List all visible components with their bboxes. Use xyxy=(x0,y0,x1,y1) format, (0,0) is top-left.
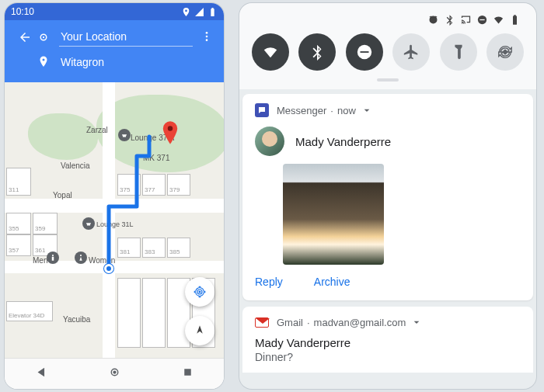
room: 357 xyxy=(6,234,31,256)
label-lounge31l: Lounge 31L xyxy=(96,220,134,228)
location-icon xyxy=(181,7,191,17)
room: 377 xyxy=(142,174,166,196)
android-nav-bar xyxy=(5,358,224,389)
nav-recent-button[interactable] xyxy=(181,366,194,382)
maps-phone: 10:10 Your Location Witagron 311 355 3 xyxy=(5,3,224,389)
sender-name: Mady Vanderperre xyxy=(295,135,391,148)
label-men: Men xyxy=(33,256,47,265)
sender-avatar xyxy=(255,127,284,156)
room xyxy=(142,278,166,348)
label-yacuiba: Yacuiba xyxy=(63,315,90,324)
svg-point-8 xyxy=(199,291,201,293)
map-canvas[interactable]: 311 355 357 359 361 381 383 385 375 377 … xyxy=(5,82,224,358)
back-button[interactable] xyxy=(16,30,34,44)
room xyxy=(117,278,141,348)
destination-pin[interactable] xyxy=(162,121,179,144)
nav-home-button[interactable] xyxy=(108,366,121,382)
status-bar: 10:10 xyxy=(5,3,224,20)
label-zarzal: Zarzal xyxy=(86,126,108,134)
label-mk371: MK 371 xyxy=(143,154,169,162)
message-image-thumbnail[interactable] xyxy=(283,164,384,265)
reply-action[interactable]: Reply xyxy=(255,276,283,288)
directions-header: Your Location Witagron xyxy=(5,20,224,82)
current-location-dot xyxy=(104,264,113,273)
app-name: Messenger xyxy=(277,105,326,116)
archive-action[interactable]: Archive xyxy=(314,276,350,288)
svg-point-5 xyxy=(52,255,54,256)
svg-point-7 xyxy=(168,126,173,130)
room: 379 xyxy=(167,174,190,196)
notification-header[interactable]: Gmail · madvan@gmail.com xyxy=(255,316,521,328)
restroom-women-icon xyxy=(75,252,87,264)
svg-point-4 xyxy=(206,39,208,41)
notifications-phone: Messenger · now Mady Vanderperre Reply A… xyxy=(239,3,536,389)
lounge-icon xyxy=(82,217,95,230)
qs-wifi-tile[interactable] xyxy=(252,33,289,71)
signal-icon xyxy=(194,7,204,17)
status-time: 10:10 xyxy=(11,6,34,17)
svg-point-3 xyxy=(206,35,208,37)
compass-button[interactable] xyxy=(185,316,214,345)
room: 385 xyxy=(167,238,190,258)
notification-time: now xyxy=(337,105,356,116)
svg-point-10 xyxy=(113,370,116,373)
room: 383 xyxy=(142,238,166,258)
qs-dnd-tile[interactable] xyxy=(346,33,383,71)
dnd-status-icon xyxy=(476,14,488,26)
room: 355 xyxy=(6,213,31,234)
qs-drag-handle[interactable] xyxy=(377,78,399,82)
svg-rect-13 xyxy=(479,19,484,20)
overflow-button[interactable] xyxy=(201,30,213,45)
app-name: Gmail xyxy=(277,317,303,328)
origin-icon xyxy=(34,30,53,44)
messenger-notification[interactable]: Messenger · now Mady Vanderperre Reply A… xyxy=(242,94,533,300)
qs-bluetooth-tile[interactable] xyxy=(298,33,336,71)
room-elevator: Elevator 34D xyxy=(6,301,53,321)
gmail-app-icon xyxy=(255,317,269,328)
notification-header[interactable]: Messenger · now xyxy=(255,103,521,117)
qs-rotate-tile[interactable] xyxy=(486,33,524,71)
qs-flashlight-tile[interactable] xyxy=(440,33,477,71)
messenger-app-icon xyxy=(255,103,269,117)
qs-airplane-tile[interactable] xyxy=(392,33,430,71)
my-location-button[interactable] xyxy=(185,277,214,307)
label-yopal: Yopal xyxy=(53,191,72,199)
label-valencia: Valencia xyxy=(61,161,90,170)
svg-point-2 xyxy=(206,32,208,34)
quick-settings-panel xyxy=(239,3,536,89)
account-email: madvan@gmail.com xyxy=(314,317,406,328)
cast-icon xyxy=(460,14,472,26)
destination-icon xyxy=(34,55,53,69)
status-icons xyxy=(247,14,528,33)
svg-rect-15 xyxy=(360,51,368,53)
svg-point-1 xyxy=(43,36,44,38)
room: 311 xyxy=(6,168,31,196)
email-preview: Dinner? xyxy=(255,351,521,363)
origin-input[interactable]: Your Location xyxy=(59,28,193,47)
nav-back-button[interactable] xyxy=(35,366,48,382)
expand-icon[interactable] xyxy=(410,316,423,328)
svg-point-6 xyxy=(80,255,82,256)
alarm-icon xyxy=(427,14,439,26)
room: 381 xyxy=(117,238,141,258)
restroom-men-icon xyxy=(47,252,59,264)
expand-icon[interactable] xyxy=(361,104,373,116)
destination-input[interactable]: Witagron xyxy=(59,53,213,71)
svg-rect-11 xyxy=(184,369,191,376)
room: 375 xyxy=(117,174,141,196)
lounge-icon-2 xyxy=(118,129,131,141)
svg-rect-16 xyxy=(502,49,508,55)
email-sender: Mady Vanderperre xyxy=(255,336,521,349)
wifi-status-icon xyxy=(493,14,504,26)
gmail-notification[interactable]: Gmail · madvan@gmail.com Mady Vanderperr… xyxy=(242,307,533,373)
battery-icon xyxy=(207,7,218,17)
bluetooth-status-icon xyxy=(444,14,455,26)
battery-status-icon xyxy=(509,14,521,26)
room: 359 xyxy=(33,213,58,234)
label-women: Women xyxy=(89,256,115,265)
